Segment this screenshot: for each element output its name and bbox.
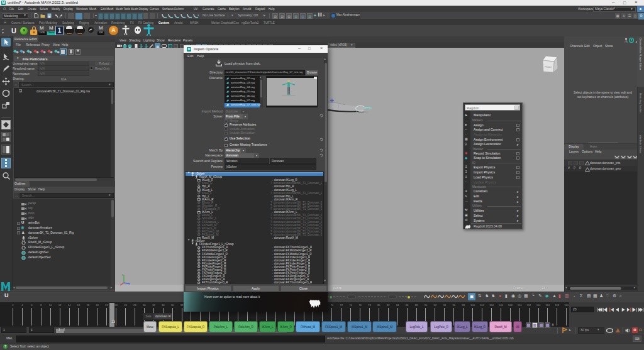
svg-text:FRONT: FRONT — [545, 66, 552, 69]
svg-text:y: y — [122, 273, 123, 276]
